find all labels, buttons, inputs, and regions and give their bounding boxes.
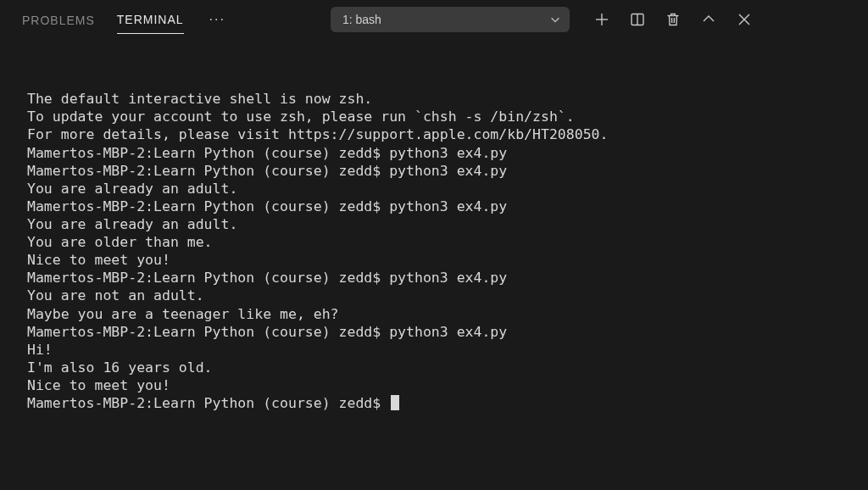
terminal-shell-dropdown[interactable]: 1: bash bbox=[331, 7, 570, 32]
terminal-line: You are already an adult. bbox=[27, 180, 851, 198]
split-terminal-button[interactable] bbox=[629, 11, 646, 28]
terminal-line: Nice to meet you! bbox=[27, 251, 851, 269]
terminal-prompt: Mamertos-MBP-2:Learn Python (course) zed… bbox=[27, 395, 389, 411]
terminal-line: Mamertos-MBP-2:Learn Python (course) zed… bbox=[27, 269, 851, 287]
close-panel-button[interactable] bbox=[736, 11, 753, 28]
terminal-line: To update your account to use zsh, pleas… bbox=[27, 108, 851, 125]
terminal-line: Mamertos-MBP-2:Learn Python (course) zed… bbox=[27, 198, 851, 215]
trash-icon bbox=[665, 12, 681, 27]
panel-tabs: PROBLEMS TERMINAL ··· bbox=[22, 4, 229, 34]
terminal-line: I'm also 16 years old. bbox=[27, 359, 851, 376]
new-terminal-button[interactable] bbox=[593, 11, 610, 28]
terminal-line: You are not an adult. bbox=[27, 287, 851, 304]
tab-problems[interactable]: PROBLEMS bbox=[22, 5, 95, 34]
plus-icon bbox=[594, 12, 609, 27]
chevron-down-icon bbox=[549, 14, 561, 25]
close-icon bbox=[737, 12, 752, 27]
terminal-cursor bbox=[391, 395, 399, 410]
split-panel-icon bbox=[630, 12, 645, 27]
terminal-line: The default interactive shell is now zsh… bbox=[27, 90, 851, 108]
terminal-line: Nice to meet you! bbox=[27, 376, 851, 394]
maximize-panel-button[interactable] bbox=[700, 11, 717, 28]
terminal-line: Maybe you are a teenager like me, eh? bbox=[27, 305, 851, 323]
terminal-line: Mamertos-MBP-2:Learn Python (course) zed… bbox=[27, 323, 851, 341]
terminal-line: Mamertos-MBP-2:Learn Python (course) zed… bbox=[27, 144, 851, 162]
tab-terminal[interactable]: TERMINAL bbox=[117, 4, 184, 34]
terminal-output[interactable]: The default interactive shell is now zsh… bbox=[0, 39, 868, 430]
panel-header: PROBLEMS TERMINAL ··· 1: bash bbox=[0, 0, 868, 39]
shell-select-label: 1: bash bbox=[342, 13, 381, 26]
terminal-line: For more details, please visit https://s… bbox=[27, 125, 851, 143]
terminal-prompt-line: Mamertos-MBP-2:Learn Python (course) zed… bbox=[27, 394, 851, 412]
tab-overflow-button[interactable]: ··· bbox=[206, 12, 229, 27]
kill-terminal-button[interactable] bbox=[665, 11, 682, 28]
terminal-line: Mamertos-MBP-2:Learn Python (course) zed… bbox=[27, 162, 851, 180]
terminal-line: You are older than me. bbox=[27, 233, 851, 251]
terminal-action-icons bbox=[593, 11, 753, 28]
terminal-line: Hi! bbox=[27, 341, 851, 359]
chevron-up-icon bbox=[701, 12, 716, 27]
terminal-line: You are already an adult. bbox=[27, 215, 851, 233]
